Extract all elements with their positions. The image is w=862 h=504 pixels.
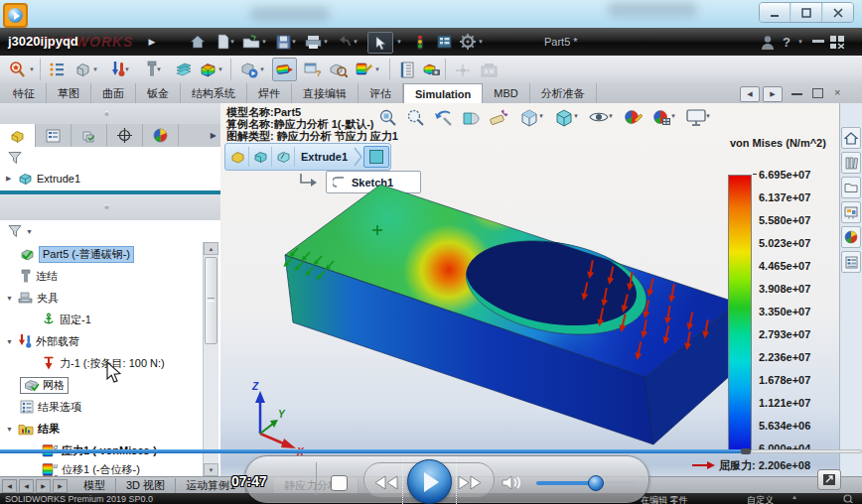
tab-features[interactable]: 特征 bbox=[2, 83, 47, 103]
expand-expanded-icon-3[interactable]: ▼ bbox=[6, 426, 14, 433]
zoom-fit-button[interactable] bbox=[374, 105, 400, 129]
measure-button[interactable] bbox=[486, 105, 511, 129]
tab-scroll-first-button[interactable]: ◀ bbox=[2, 479, 17, 493]
sim-tree-item-result-options[interactable]: 结果选项 bbox=[0, 397, 203, 417]
tab-analysis-preparation[interactable]: 分析准备 bbox=[530, 83, 597, 103]
apply-scene-dropdown[interactable]: ▼ bbox=[670, 113, 676, 119]
advisor-dropdown[interactable]: ▼ bbox=[28, 65, 36, 73]
zoom-area-button[interactable] bbox=[402, 105, 428, 129]
sim-tree-item-force1[interactable]: 力-1 (:按条目: 100 N:) bbox=[0, 353, 203, 373]
minimize-window-button[interactable] bbox=[760, 3, 790, 22]
settings-button[interactable] bbox=[457, 32, 479, 52]
loads-dropdown[interactable]: ▼ bbox=[123, 65, 131, 73]
graphics-viewport[interactable]: 模型名称:Part5 算例名称:静应力分析 1(-默认-) 图解类型: 静应力分… bbox=[220, 103, 839, 476]
maximize-window-button[interactable] bbox=[791, 3, 822, 22]
sim-tree-item-mesh[interactable]: 网格 bbox=[0, 375, 203, 395]
feature-tree-item-extrude1[interactable]: ▶ Extrude1 bbox=[0, 169, 203, 189]
splitter-dot-2[interactable] bbox=[104, 204, 109, 209]
options-list-button[interactable] bbox=[433, 32, 455, 52]
view-settings-dropdown[interactable]: ▼ bbox=[705, 113, 711, 119]
sim-tree-item-fixtures[interactable]: ▼ 夹具 bbox=[0, 288, 203, 308]
video-progress-playhead[interactable] bbox=[741, 448, 751, 454]
tab-sketch[interactable]: 草图 bbox=[47, 83, 91, 103]
scroll-down-button[interactable]: ▼ bbox=[204, 463, 218, 476]
sim-tree-item-external-loads[interactable]: ▼ 外部载荷 bbox=[0, 331, 203, 351]
expand-collapsed-icon[interactable]: ▶ bbox=[6, 175, 14, 183]
print-dropdown[interactable]: ▼ bbox=[322, 37, 330, 47]
undo-dropdown[interactable]: ▼ bbox=[352, 37, 359, 47]
plot-tools-dropdown[interactable]: ▼ bbox=[373, 65, 381, 73]
expand-expanded-icon-2[interactable]: ▼ bbox=[6, 338, 14, 345]
video-progress-track[interactable] bbox=[751, 449, 862, 453]
compare-results-button[interactable]: ? bbox=[300, 58, 325, 81]
mesh-dropdown[interactable]: ▼ bbox=[216, 65, 224, 73]
include-image-button[interactable] bbox=[419, 58, 444, 81]
sim-tree-item-fixed1[interactable]: 固定-1 bbox=[0, 310, 203, 329]
volume-slider-thumb[interactable] bbox=[588, 475, 604, 491]
help-button[interactable]: ? bbox=[783, 35, 790, 50]
status-tag-icon[interactable] bbox=[843, 494, 853, 503]
home-button[interactable] bbox=[187, 32, 209, 52]
design-library-button[interactable] bbox=[841, 152, 861, 174]
customize-dropdown-arrow[interactable]: ▲ bbox=[791, 494, 797, 500]
scroll-thumb[interactable] bbox=[205, 257, 217, 344]
doc-close-button[interactable]: × bbox=[834, 86, 840, 98]
view-palette-button[interactable] bbox=[841, 201, 861, 223]
open-dropdown[interactable]: ▼ bbox=[260, 37, 268, 47]
report-button[interactable] bbox=[395, 58, 420, 81]
filter-funnel-icon[interactable] bbox=[8, 151, 22, 165]
traffic-light-icon[interactable] bbox=[409, 32, 431, 52]
tab-scroll-last-button[interactable]: ▶ bbox=[53, 479, 68, 493]
help-dropdown[interactable]: ▼ bbox=[796, 37, 804, 47]
tab-scroll-next-button[interactable]: ▶ bbox=[36, 479, 51, 493]
video-progress-played[interactable] bbox=[0, 449, 741, 453]
tab-evaluate[interactable]: 评估 bbox=[359, 83, 403, 103]
inspect-results-button[interactable] bbox=[326, 58, 351, 81]
sim-tree-item-results[interactable]: ▼ 结果 bbox=[0, 419, 203, 439]
expand-expanded-icon[interactable]: ▼ bbox=[6, 295, 14, 302]
material-dropdown[interactable]: ▼ bbox=[91, 65, 99, 73]
scroll-up-button[interactable]: ▲ bbox=[204, 242, 218, 255]
filter-dropdown-arrow[interactable]: ▼ bbox=[26, 228, 33, 235]
collapse-right-pane-button[interactable]: ▶ bbox=[763, 86, 783, 102]
splitter-dot[interactable] bbox=[104, 111, 109, 116]
stop-button[interactable] bbox=[331, 475, 348, 491]
sim-tree-item-connections[interactable]: 连结 bbox=[0, 266, 203, 286]
edit-appearance-button[interactable] bbox=[621, 105, 646, 129]
app-layout-button[interactable] bbox=[826, 32, 848, 52]
section-view-button[interactable] bbox=[458, 105, 484, 129]
dimxpert-manager-tab[interactable] bbox=[107, 124, 143, 147]
custom-properties-button[interactable] bbox=[841, 251, 861, 273]
manage-results-button[interactable] bbox=[477, 58, 502, 81]
tab-simulation[interactable]: Simulation bbox=[403, 83, 483, 103]
display-manager-tab[interactable] bbox=[143, 124, 179, 147]
file-explorer-button[interactable] bbox=[841, 177, 861, 198]
configuration-manager-tab[interactable] bbox=[72, 124, 107, 147]
tree-scrollbar[interactable]: ▲ ▼ bbox=[203, 242, 218, 476]
fast-forward-button[interactable] bbox=[457, 475, 483, 490]
tab-mbd[interactable]: MBD bbox=[483, 83, 529, 103]
tab-direct-editing[interactable]: 直接编辑 bbox=[292, 83, 359, 103]
app-minimize-button[interactable] bbox=[812, 40, 824, 43]
tab-surfaces[interactable]: 曲面 bbox=[91, 83, 136, 103]
run-dropdown[interactable]: ▼ bbox=[258, 65, 266, 73]
tab-sheet-metal[interactable]: 钣金 bbox=[136, 83, 181, 103]
feature-manager-tab[interactable] bbox=[0, 124, 36, 147]
close-window-button[interactable] bbox=[823, 3, 853, 22]
connections-dropdown[interactable]: ▼ bbox=[155, 65, 163, 73]
tab-model[interactable]: 模型 bbox=[73, 478, 116, 494]
shells-button[interactable] bbox=[171, 58, 196, 81]
hide-show-dropdown[interactable]: ▼ bbox=[608, 113, 614, 119]
doc-minimize-button[interactable] bbox=[791, 93, 802, 95]
appearances-button[interactable] bbox=[841, 226, 861, 248]
display-style-dropdown[interactable]: ▼ bbox=[573, 113, 579, 119]
filter-funnel-icon-2[interactable] bbox=[8, 224, 22, 238]
play-button[interactable] bbox=[407, 459, 452, 504]
fullscreen-button[interactable] bbox=[817, 469, 841, 490]
property-manager-tab[interactable] bbox=[36, 124, 72, 147]
customize-label[interactable]: 自定义 bbox=[747, 494, 774, 504]
model-3d-plate[interactable]: Z X Y bbox=[240, 159, 767, 456]
user-account-button[interactable] bbox=[757, 32, 779, 52]
recorder-play-button[interactable] bbox=[3, 3, 28, 28]
tab-3d-views[interactable]: 3D 视图 bbox=[116, 478, 176, 494]
